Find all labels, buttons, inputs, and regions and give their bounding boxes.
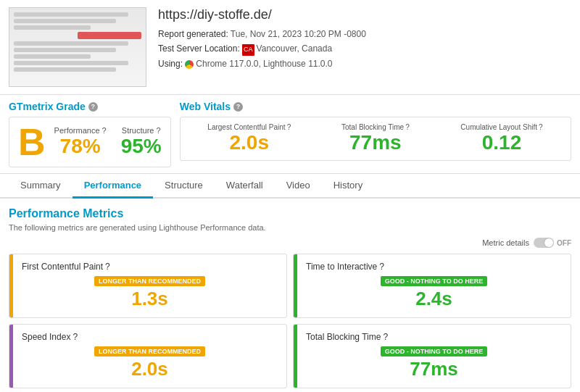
vital-tbt: Total Blocking Time ? 77ms [315, 123, 436, 154]
using-label: Using: [158, 59, 183, 69]
grade-letter: B [18, 123, 46, 161]
metric-tti-help[interactable]: ? [379, 262, 384, 272]
web-vitals-section: Web Vitals ? Largest Contentful Paint ? … [180, 101, 571, 167]
tab-summary[interactable]: Summary [9, 174, 72, 199]
site-meta: Report generated: Tue, Nov 21, 2023 10:2… [158, 27, 571, 71]
metric-fcp-value: 1.3s [131, 288, 168, 310]
vital-cls-value: 0.12 [482, 131, 522, 154]
grade-metrics: Performance ? 78% Structure ? 95% [54, 126, 162, 158]
metrics-row-1: First Contentful Paint ? Longer than rec… [9, 254, 571, 318]
toggle-track[interactable] [534, 238, 554, 248]
web-vitals-help-icon[interactable]: ? [233, 102, 243, 112]
metric-tti-badge: Good - Nothing to do here [381, 276, 487, 286]
metric-si-body: Speed Index ? Longer than recommended 2.… [13, 325, 286, 388]
vital-cls-label: Cumulative Layout Shift ? [460, 123, 542, 131]
toggle-knob [544, 238, 553, 247]
content-area: Performance Metrics The following metric… [0, 199, 580, 392]
toggle-off-label: OFF [557, 239, 571, 247]
metric-tbt-value: 77ms [410, 358, 458, 380]
vital-lcp-value: 2.0s [230, 131, 270, 154]
performance-value: 78% [60, 135, 101, 158]
performance-help-icon[interactable]: ? [102, 126, 107, 135]
tab-structure[interactable]: Structure [153, 174, 215, 199]
metric-tti-value: 2.4s [415, 288, 452, 310]
canada-flag: CA [242, 44, 254, 55]
metrics-row-2: Speed Index ? Longer than recommended 2.… [9, 324, 571, 388]
performance-subtext: The following metrics are generated usin… [9, 223, 571, 232]
site-url[interactable]: https://diy-stoffe.de/ [158, 7, 571, 22]
metric-fcp-badge: Longer than recommended [94, 276, 205, 286]
structure-value: 95% [121, 135, 162, 158]
structure-label: Structure ? [122, 126, 161, 135]
metric-fcp-body: First Contentful Paint ? Longer than rec… [13, 254, 286, 317]
metric-tbt-body: Total Blocking Time ? Good - Nothing to … [297, 325, 571, 388]
tab-video[interactable]: Video [275, 174, 322, 199]
metric-si-help[interactable]: ? [72, 332, 78, 342]
top-bar: https://diy-stoffe.de/ Report generated:… [0, 0, 580, 95]
metric-tbt: Total Blocking Time ? Good - Nothing to … [293, 324, 571, 388]
gtmetrix-grade-title: GTmetrix Grade ? [9, 101, 171, 112]
vital-tbt-help[interactable]: ? [405, 123, 410, 131]
vital-lcp-label: Largest Contentful Paint ? [207, 123, 291, 131]
performance-metric: Performance ? 78% [54, 126, 107, 158]
using-value: Chrome 117.0.0, Lighthouse 11.0.0 [196, 59, 332, 69]
vital-lcp-help[interactable]: ? [287, 123, 291, 131]
vital-cls-help[interactable]: ? [539, 123, 543, 131]
gtmetrix-help-icon[interactable]: ? [88, 102, 98, 112]
structure-help-icon[interactable]: ? [156, 126, 160, 135]
metric-tti: Time to Interactive ? Good - Nothing to … [293, 254, 571, 318]
vital-lcp: Largest Contentful Paint ? 2.0s [189, 123, 310, 154]
metric-tti-body: Time to Interactive ? Good - Nothing to … [297, 254, 571, 317]
web-vitals-title: Web Vitals ? [180, 101, 571, 112]
metric-tti-name: Time to Interactive ? [306, 262, 562, 272]
tabs-bar: Summary Performance Structure Waterfall … [0, 174, 580, 199]
server-label: Test Server Location: [158, 43, 240, 54]
grades-section: GTmetrix Grade ? B Performance ? 78% Str… [0, 95, 580, 174]
performance-heading: Performance Metrics [9, 207, 571, 220]
performance-label: Performance ? [54, 126, 107, 135]
grade-content: B Performance ? 78% Structure ? 95% [9, 117, 171, 167]
metric-tbt-badge: Good - Nothing to do here [381, 346, 487, 356]
metric-si-value: 2.0s [131, 358, 168, 380]
metric-si-name: Speed Index ? [22, 332, 278, 342]
metric-details-label: Metric details [482, 238, 529, 247]
structure-metric: Structure ? 95% [121, 126, 162, 158]
vital-cls: Cumulative Layout Shift ? 0.12 [442, 123, 562, 154]
metric-fcp-name: First Contentful Paint ? [22, 262, 278, 272]
tab-performance[interactable]: Performance [72, 174, 153, 199]
metric-tbt-value-box: Good - Nothing to do here 77ms [306, 346, 562, 380]
metric-tbt-name: Total Blocking Time ? [306, 332, 562, 342]
site-info: https://diy-stoffe.de/ Report generated:… [158, 7, 571, 71]
web-vitals-content: Largest Contentful Paint ? 2.0s Total Bl… [180, 117, 571, 161]
metric-si-badge: Longer than recommended [94, 346, 205, 356]
metric-tti-value-box: Good - Nothing to do here 2.4s [306, 276, 562, 310]
gtmetrix-grade-section: GTmetrix Grade ? B Performance ? 78% Str… [9, 101, 171, 167]
metrics-grid: First Contentful Paint ? Longer than rec… [9, 254, 571, 392]
metric-fcp-value-box: Longer than recommended 1.3s [22, 276, 278, 310]
metric-si-value-box: Longer than recommended 2.0s [22, 346, 278, 380]
chrome-icon [185, 60, 194, 69]
metric-tbt-help[interactable]: ? [383, 332, 388, 342]
metric-fcp: First Contentful Paint ? Longer than rec… [9, 254, 287, 318]
vital-tbt-value: 77ms [349, 131, 402, 154]
tab-history[interactable]: History [322, 174, 374, 199]
metric-si: Speed Index ? Longer than recommended 2.… [9, 324, 287, 388]
metric-details-toggle[interactable]: OFF [534, 238, 571, 248]
vital-tbt-label: Total Blocking Time ? [341, 123, 410, 131]
metric-details-row: Metric details OFF [9, 238, 571, 248]
metric-fcp-help[interactable]: ? [105, 262, 110, 272]
report-time: Tue, Nov 21, 2023 10:20 PM -0800 [231, 29, 366, 39]
server-location: Vancouver, Canada [257, 43, 333, 54]
tab-waterfall[interactable]: Waterfall [215, 174, 275, 199]
report-label: Report generated: [158, 29, 228, 39]
site-screenshot [9, 7, 146, 87]
